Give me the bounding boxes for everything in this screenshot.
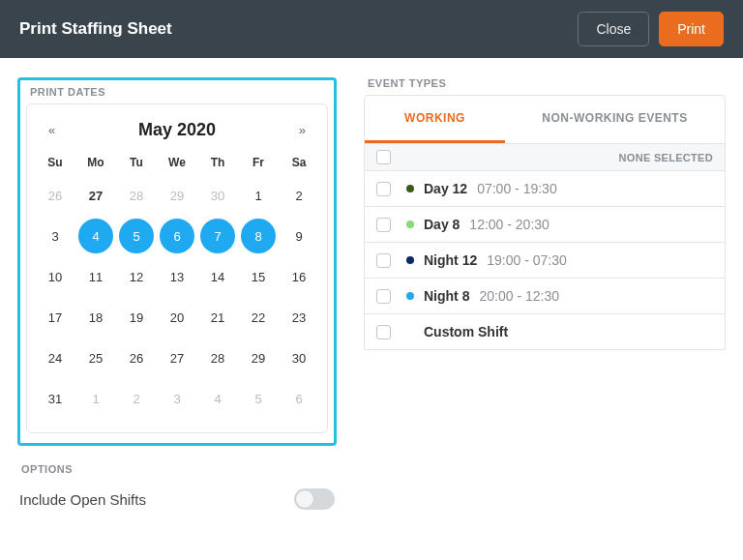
calendar-day[interactable]: 5 [119,219,154,253]
calendar-month-title[interactable]: May 2020 [138,120,216,140]
select-all-events-checkbox[interactable] [376,150,391,164]
calendar-day[interactable]: 3 [160,381,194,416]
calendar-day[interactable]: 6 [282,381,316,416]
event-row[interactable]: Custom Shift [364,314,726,350]
calendar-day[interactable]: 21 [200,300,235,335]
calendar-day[interactable]: 19 [119,300,154,335]
event-row[interactable]: Night 820:00 - 12:30 [364,279,726,314]
event-name: Custom Shift [424,324,508,339]
calendar-day[interactable]: 2 [282,178,316,213]
event-checkbox[interactable] [376,325,391,339]
calendar-weekday-header: Mo [75,150,116,175]
event-color-dot [406,292,414,300]
calendar-day[interactable]: 9 [282,219,316,253]
event-types-label: EVENT TYPES [364,77,726,89]
options-label: OPTIONS [17,463,337,475]
event-name: Night 12 [424,252,477,268]
event-checkbox[interactable] [376,289,391,304]
calendar-day[interactable]: 10 [38,259,73,294]
event-time: 07:00 - 19:30 [477,181,557,196]
calendar-day[interactable]: 15 [241,259,276,294]
calendar-weekday-header: Th [197,150,238,175]
event-name: Day 12 [424,181,467,196]
prev-month-button[interactable]: « [43,119,61,141]
calendar-day[interactable]: 13 [160,259,194,294]
event-list-header: NONE SELECTED [364,144,726,171]
event-type-tabs: WORKING NON-WORKING EVENTS [364,95,726,144]
calendar-day[interactable]: 8 [241,219,276,253]
calendar-day[interactable]: 16 [282,259,316,294]
event-row[interactable]: Day 1207:00 - 19:30 [364,171,726,207]
calendar-day[interactable]: 2 [119,381,154,416]
calendar-weekday-header: Tu [116,150,157,175]
dialog-title: Print Staffing Sheet [19,19,568,39]
include-open-shifts-label: Include Open Shifts [19,491,146,508]
calendar-day[interactable]: 7 [200,219,235,253]
calendar-day[interactable]: 12 [119,259,154,294]
calendar-day[interactable]: 28 [119,178,154,213]
event-row[interactable]: Day 812:00 - 20:30 [364,207,726,243]
calendar-day[interactable]: 27 [78,178,113,213]
event-time: 12:00 - 20:30 [469,217,550,232]
calendar-day[interactable]: 24 [38,340,73,375]
event-row[interactable]: Night 1219:00 - 07:30 [364,243,726,279]
calendar-day[interactable]: 17 [38,300,73,335]
calendar-day[interactable]: 14 [200,259,235,294]
calendar-day[interactable]: 18 [78,300,113,335]
event-color-dot [406,256,414,264]
event-name: Night 8 [424,288,469,304]
calendar-day[interactable]: 29 [241,340,276,375]
calendar-day[interactable]: 1 [241,178,276,213]
calendar-card: « May 2020 » SuMoTuWeThFrSa 262728293012… [26,103,328,433]
calendar-day[interactable]: 20 [160,300,194,335]
calendar-day[interactable]: 30 [282,340,316,375]
close-button[interactable]: Close [578,12,649,46]
include-open-shifts-toggle[interactable] [294,488,335,510]
calendar-day[interactable]: 29 [160,178,194,213]
event-checkbox[interactable] [376,182,391,196]
event-color-dot [406,185,414,192]
event-checkbox[interactable] [376,218,391,232]
event-checkbox[interactable] [376,253,391,268]
event-time: 20:00 - 12:30 [479,288,559,304]
calendar-day[interactable]: 4 [78,219,113,253]
calendar-day[interactable]: 30 [200,178,235,213]
event-name: Day 8 [424,217,460,232]
print-dates-highlight-frame: PRINT DATES « May 2020 » SuMoTuWeThFrSa … [17,77,337,446]
calendar-day[interactable]: 28 [200,340,235,375]
calendar-weekday-header: Fr [238,150,279,175]
selection-status-text: NONE SELECTED [391,152,713,163]
next-month-button[interactable]: » [293,119,312,141]
calendar-day[interactable]: 4 [200,381,235,416]
calendar-weekday-header: Sa [279,150,319,175]
calendar-day[interactable]: 26 [38,178,73,213]
calendar-day[interactable]: 5 [241,381,276,416]
calendar-day[interactable]: 27 [160,340,194,375]
dialog-header: Print Staffing Sheet Close Print [0,0,743,58]
toggle-knob [296,490,313,508]
calendar-day[interactable]: 25 [78,340,113,375]
calendar-grid: SuMoTuWeThFrSa 2627282930123456789101112… [35,150,319,419]
calendar-weekday-header: Su [35,150,75,175]
calendar-weekday-header: We [157,150,197,175]
calendar-day[interactable]: 6 [160,219,194,253]
calendar-day[interactable]: 23 [282,300,316,335]
event-time: 19:00 - 07:30 [487,252,567,268]
calendar-day[interactable]: 1 [78,381,113,416]
calendar-day[interactable]: 31 [38,381,73,416]
tab-working[interactable]: WORKING [365,96,505,143]
print-button[interactable]: Print [659,12,724,46]
print-dates-label: PRINT DATES [26,86,328,98]
calendar-day[interactable]: 26 [119,340,154,375]
calendar-day[interactable]: 11 [78,259,113,294]
event-color-dot [406,221,414,228]
calendar-day[interactable]: 3 [38,219,73,253]
calendar-day[interactable]: 22 [241,300,276,335]
tab-nonworking[interactable]: NON-WORKING EVENTS [505,96,725,143]
